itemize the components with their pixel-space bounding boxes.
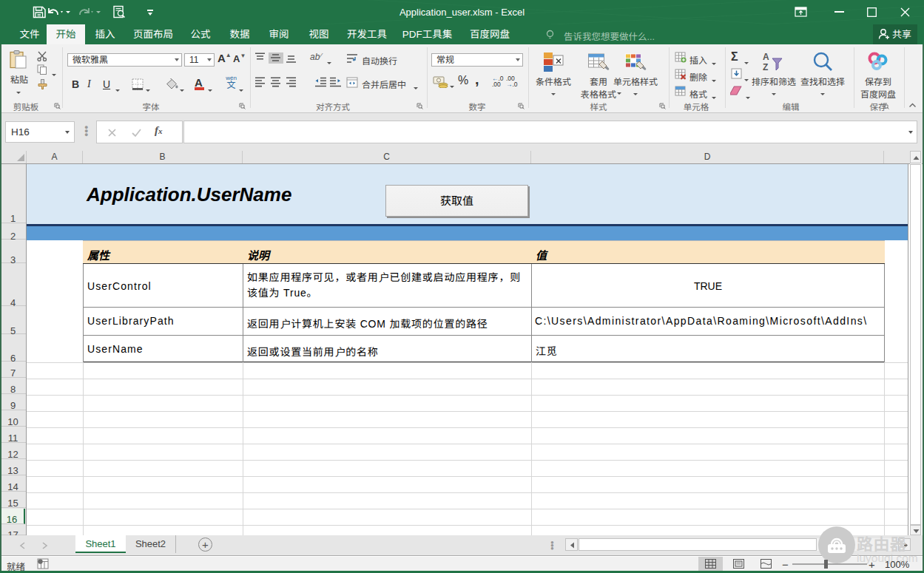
svg-text:A: A	[763, 52, 769, 62]
svg-text:Z: Z	[763, 62, 768, 72]
